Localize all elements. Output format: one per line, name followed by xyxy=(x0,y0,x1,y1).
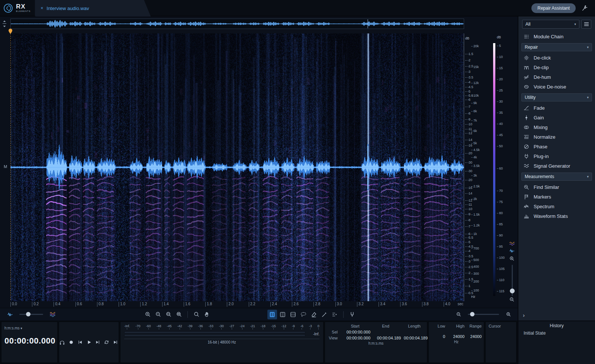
magnifier-tool[interactable] xyxy=(192,310,201,319)
module-item-find-similar[interactable]: Find Similar xyxy=(518,182,595,192)
module-item-voice-de-noise[interactable]: Voice De-noise xyxy=(518,82,595,91)
overview-resize-icon[interactable] xyxy=(2,20,7,28)
meter-scale-label: -24 xyxy=(240,324,245,329)
module-item-plug-in[interactable]: Plug-in xyxy=(518,151,595,161)
level-meter-cell: -Inf.-70-60-48-45-42-39-36-33-30-27-24-2… xyxy=(120,322,324,363)
hand-tool[interactable] xyxy=(202,310,212,319)
instant-process-tool[interactable] xyxy=(347,310,357,319)
lasso-selection-tool[interactable] xyxy=(299,310,308,319)
app-logo: RX ELEMENTS xyxy=(0,0,35,16)
frequency-scale: 20k15k12k10k9k8k7k6k5k4.5k4k3.5k3k2.5k2k… xyxy=(471,33,486,301)
zoom-out-tool[interactable] xyxy=(153,310,163,319)
waveform-overview[interactable] xyxy=(10,19,464,29)
module-item-de-hum[interactable]: De-hum xyxy=(518,72,595,82)
module-item-mixing[interactable]: Mixing xyxy=(518,122,595,132)
vertical-zoom-handle[interactable] xyxy=(510,289,515,293)
blend-slider-handle[interactable] xyxy=(26,312,30,316)
go-to-start-button[interactable] xyxy=(77,338,83,347)
go-to-end-button[interactable] xyxy=(112,338,119,347)
playhead-marker[interactable] xyxy=(8,29,13,34)
zoom-tools xyxy=(143,310,212,319)
freq-tick: 4k xyxy=(471,156,477,159)
time-ruler[interactable]: sec 0.00.20.40.60.81.01.21.41.61.82.02.2… xyxy=(10,301,464,308)
magic-wand-tool[interactable] xyxy=(319,310,329,319)
vertical-zoom-in-icon[interactable] xyxy=(509,256,515,261)
module-item-de-click[interactable]: De-click xyxy=(518,53,595,62)
legend-tick: 110 xyxy=(497,278,504,281)
module-list: Module ChainRepair▾De-clickDe-clipDe-hum… xyxy=(518,32,595,221)
h-zoom-out-icon[interactable] xyxy=(454,310,463,319)
zoom-fit-tool[interactable] xyxy=(174,310,184,319)
title-bar: RX ELEMENTS × Interview audio.wav Repair… xyxy=(0,0,595,16)
file-tab[interactable]: × Interview audio.wav xyxy=(35,0,151,16)
module-menu-button[interactable] xyxy=(581,20,591,29)
amp-tick: -2 xyxy=(465,59,470,62)
legend-tick: 85 xyxy=(497,223,503,226)
toolbar xyxy=(0,308,518,320)
module-item-gain[interactable]: Gain xyxy=(518,113,595,122)
module-item-phase[interactable]: Phase xyxy=(518,142,595,151)
module-item-de-clip[interactable]: De-clip xyxy=(518,62,595,72)
repair-assistant-button[interactable]: Repair Assistant xyxy=(531,3,576,13)
zoom-selection-tool[interactable] xyxy=(164,310,173,319)
frequency-selection-tool[interactable] xyxy=(288,310,298,319)
module-item-module-chain[interactable]: Module Chain xyxy=(518,32,595,41)
time-tick: 3.8 xyxy=(422,302,429,307)
spectrogram-gain-icon[interactable] xyxy=(509,241,515,246)
chevron-down-icon: ▾ xyxy=(587,45,589,49)
module-item-normalize[interactable]: Normalize xyxy=(518,132,595,142)
amp-tick: -5 xyxy=(465,241,470,244)
vertical-zoom-out-icon[interactable] xyxy=(509,297,515,302)
expand-panel-button[interactable]: › xyxy=(518,310,595,320)
module-item-spectrum[interactable]: Spectrum xyxy=(518,202,595,211)
col-header-high: High xyxy=(445,324,464,328)
markers-icon xyxy=(524,194,530,200)
meter-scale-label: -45 xyxy=(167,324,172,329)
monitor-headphones-button[interactable] xyxy=(59,338,65,347)
section-header-utility[interactable]: Utility▾ xyxy=(521,93,592,102)
h-zoom-in-icon[interactable] xyxy=(504,310,513,319)
spectrogram-blend-icon[interactable] xyxy=(48,310,57,319)
amp-tick: -8 xyxy=(465,112,470,115)
tab-close-icon[interactable]: × xyxy=(41,6,43,11)
level-meter-bars[interactable] xyxy=(124,331,305,337)
module-item-signal-generator[interactable]: Signal Generator xyxy=(518,161,595,171)
blend-slider[interactable] xyxy=(19,314,43,315)
legend-tick: 45 xyxy=(497,133,503,136)
time-format-chevron-icon[interactable]: ▾ xyxy=(20,326,22,330)
spectrum-icon xyxy=(524,204,530,209)
spectrogram-view[interactable] xyxy=(10,33,464,301)
brush-selection-tool[interactable] xyxy=(309,310,319,319)
row-label-view: View xyxy=(328,336,340,340)
module-item-markers[interactable]: Markers xyxy=(518,192,595,202)
play-selection-button[interactable] xyxy=(94,338,101,347)
time-frequency-selection-tool[interactable] xyxy=(278,310,287,319)
record-button[interactable] xyxy=(68,338,74,347)
waveform-blend-icon[interactable] xyxy=(5,310,15,319)
play-button[interactable] xyxy=(86,338,92,347)
meter-scale-label: 0 xyxy=(318,324,319,329)
spectrogram-color-legend[interactable] xyxy=(493,43,495,296)
time-format-label[interactable]: h:m:s.ms xyxy=(4,326,20,330)
module-filter-dropdown[interactable]: All ▾ xyxy=(522,20,579,29)
loop-button[interactable] xyxy=(103,338,110,347)
time-tick: 3.6 xyxy=(400,302,407,307)
section-header-measurements[interactable]: Measurements▾ xyxy=(521,173,592,181)
zoom-in-tool[interactable] xyxy=(143,310,152,319)
spectrogram-canvas[interactable] xyxy=(10,33,464,301)
time-selection-tool[interactable] xyxy=(267,310,277,319)
legend-tick: 75 xyxy=(497,200,503,203)
wand-settings-tool[interactable] xyxy=(330,310,340,319)
history-item[interactable]: Initial State xyxy=(518,328,595,336)
overview-canvas[interactable] xyxy=(11,19,464,29)
section-header-repair[interactable]: Repair▾ xyxy=(521,43,592,51)
cursor-header: Cursor xyxy=(489,324,501,328)
h-zoom-slider[interactable] xyxy=(468,314,499,315)
waveform-gain-icon[interactable] xyxy=(509,248,515,254)
module-item-fade[interactable]: Fade xyxy=(518,103,595,113)
phase-icon xyxy=(524,144,530,149)
h-zoom-handle[interactable] xyxy=(470,312,475,316)
freq-tick: 100 xyxy=(471,289,479,292)
module-item-waveform-stats[interactable]: Waveform Stats xyxy=(518,211,595,221)
freq-tick: 500 xyxy=(471,258,479,261)
